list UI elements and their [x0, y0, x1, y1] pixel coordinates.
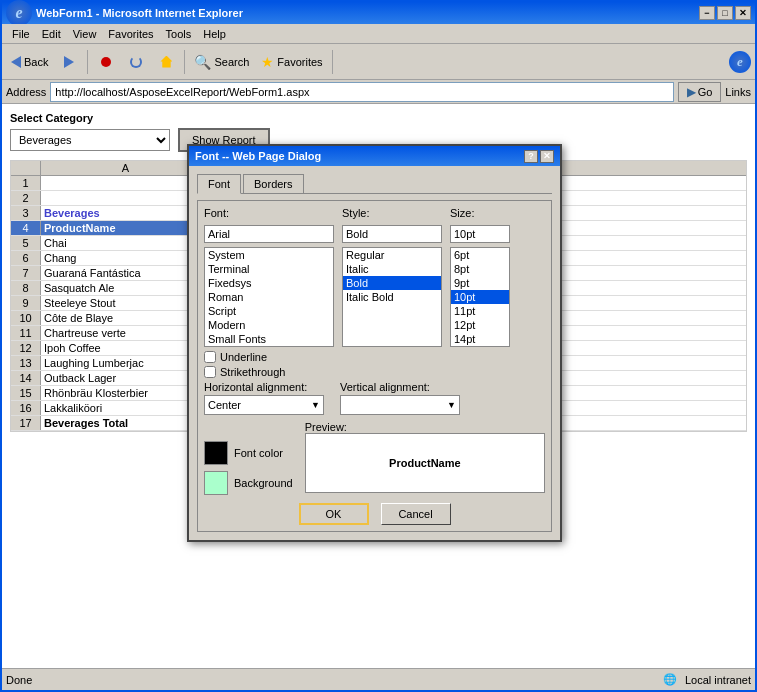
- links-label: Links: [725, 86, 751, 98]
- underline-row: Underline: [204, 351, 545, 363]
- tab-font[interactable]: Font: [197, 174, 241, 194]
- font-size-label: Size:: [450, 207, 510, 219]
- content-area: Select Category Beverages Condiments Con…: [2, 104, 755, 668]
- strikethrough-checkbox[interactable]: [204, 366, 216, 378]
- toolbar: Back 🔍 Search ★ Favorites e: [2, 44, 755, 80]
- dialog-tab-bar: Font Borders: [197, 174, 552, 194]
- close-button[interactable]: ✕: [735, 6, 751, 20]
- list-item[interactable]: 10pt: [451, 290, 509, 304]
- underline-label: Underline: [220, 351, 267, 363]
- font-color-item: Font color: [204, 441, 293, 465]
- preview-section: Preview: ProductName: [305, 421, 545, 493]
- background-color-swatch[interactable]: [204, 471, 228, 495]
- alignment-section: Horizontal alignment: Center ▼ Vertical …: [204, 381, 545, 415]
- search-icon: 🔍: [194, 54, 211, 70]
- home-button[interactable]: [152, 48, 180, 76]
- dialog-close-button[interactable]: ✕: [540, 150, 554, 163]
- go-button[interactable]: ▶ Go: [678, 82, 722, 102]
- list-item[interactable]: Roman: [205, 290, 333, 304]
- back-button[interactable]: Back: [6, 48, 53, 76]
- font-name-listbox[interactable]: System Terminal Fixedsys Roman Script Mo…: [204, 247, 334, 347]
- tab-borders[interactable]: Borders: [243, 174, 304, 193]
- dialog-help-button[interactable]: ?: [524, 150, 538, 163]
- list-item[interactable]: Italic Bold: [343, 290, 441, 304]
- address-bar: Address ▶ Go Links: [2, 80, 755, 104]
- preview-box: ProductName: [305, 433, 545, 493]
- minimize-button[interactable]: −: [699, 6, 715, 20]
- menu-file[interactable]: File: [6, 26, 36, 42]
- zone-icon: 🌐: [663, 673, 677, 686]
- list-item[interactable]: 6pt: [451, 248, 509, 262]
- back-icon: [11, 56, 21, 68]
- stop-button[interactable]: [92, 48, 120, 76]
- vertical-align-dropdown[interactable]: ▼: [340, 395, 460, 415]
- menu-view[interactable]: View: [67, 26, 103, 42]
- list-item[interactable]: Terminal: [205, 262, 333, 276]
- list-item[interactable]: 8pt: [451, 262, 509, 276]
- list-item[interactable]: System: [205, 248, 333, 262]
- dialog-buttons-row: OK Cancel: [204, 499, 545, 525]
- vertical-align-col: Vertical alignment: ▼: [340, 381, 460, 415]
- search-label: Search: [214, 56, 249, 68]
- cancel-button[interactable]: Cancel: [381, 503, 451, 525]
- list-item[interactable]: Italic: [343, 262, 441, 276]
- maximize-button[interactable]: □: [717, 6, 733, 20]
- strikethrough-row: Strikethrough: [204, 366, 545, 378]
- refresh-icon: [130, 56, 142, 68]
- list-item[interactable]: Regular: [343, 248, 441, 262]
- menu-edit[interactable]: Edit: [36, 26, 67, 42]
- list-item[interactable]: 12pt: [451, 318, 509, 332]
- list-item[interactable]: 16pt: [451, 346, 509, 347]
- list-item[interactable]: 9pt: [451, 276, 509, 290]
- font-name-input[interactable]: [204, 225, 334, 243]
- background-color-label: Background: [234, 477, 293, 489]
- status-bar: Done 🌐 Local intranet: [2, 668, 755, 690]
- font-size-input[interactable]: [450, 225, 510, 243]
- tab-content-font: Font: Style: Size:: [197, 200, 552, 532]
- horizontal-align-label: Horizontal alignment:: [204, 381, 324, 393]
- ok-button[interactable]: OK: [299, 503, 369, 525]
- refresh-button[interactable]: [122, 48, 150, 76]
- colors-section: Font color Background: [204, 441, 293, 499]
- preview-label: Preview:: [305, 421, 347, 433]
- menu-help[interactable]: Help: [197, 26, 232, 42]
- toolbar-sep-3: [332, 50, 333, 74]
- list-item[interactable]: 11pt: [451, 304, 509, 318]
- font-style-listbox[interactable]: Regular Italic Bold Italic Bold: [342, 247, 442, 347]
- horizontal-align-value: Center: [208, 399, 241, 411]
- underline-checkbox[interactable]: [204, 351, 216, 363]
- favorites-label: Favorites: [277, 56, 322, 68]
- strikethrough-label: Strikethrough: [220, 366, 285, 378]
- font-inputs-row: [204, 225, 545, 243]
- list-item[interactable]: Bold: [343, 276, 441, 290]
- title-bar-buttons: − □ ✕: [699, 6, 751, 20]
- preview-text: ProductName: [389, 457, 461, 469]
- vertical-align-label: Vertical alignment:: [340, 381, 460, 393]
- horizontal-align-dropdown[interactable]: Center ▼: [204, 395, 324, 415]
- menu-tools[interactable]: Tools: [160, 26, 198, 42]
- font-size-listbox[interactable]: 6pt 8pt 9pt 10pt 11pt 12pt 14pt 16pt 18p…: [450, 247, 510, 347]
- list-item[interactable]: Small Fonts: [205, 332, 333, 346]
- address-input[interactable]: [50, 82, 673, 102]
- list-item[interactable]: MS Serif: [205, 346, 333, 347]
- modal-overlay: Font -- Web Page Dialog ? ✕ Font Borders: [2, 104, 755, 668]
- list-item[interactable]: Script: [205, 304, 333, 318]
- ie-logo-icon: e: [6, 0, 32, 26]
- status-text: Done: [6, 674, 32, 686]
- home-icon: [160, 56, 172, 68]
- list-item[interactable]: 14pt: [451, 332, 509, 346]
- horizontal-align-col: Horizontal alignment: Center ▼: [204, 381, 324, 415]
- toolbar-sep-2: [184, 50, 185, 74]
- title-bar-left: e WebForm1 - Microsoft Internet Explorer: [6, 0, 243, 26]
- menu-favorites[interactable]: Favorites: [102, 26, 159, 42]
- search-button[interactable]: 🔍 Search: [189, 48, 254, 76]
- forward-button[interactable]: [55, 48, 83, 76]
- preview-colors-row: Font color Background Preview:: [204, 421, 545, 499]
- font-style-input[interactable]: [342, 225, 442, 243]
- list-item[interactable]: Fixedsys: [205, 276, 333, 290]
- vertical-align-arrow: ▼: [447, 400, 456, 410]
- favorites-button[interactable]: ★ Favorites: [256, 48, 327, 76]
- title-bar: e WebForm1 - Microsoft Internet Explorer…: [2, 2, 755, 24]
- list-item[interactable]: Modern: [205, 318, 333, 332]
- font-color-swatch[interactable]: [204, 441, 228, 465]
